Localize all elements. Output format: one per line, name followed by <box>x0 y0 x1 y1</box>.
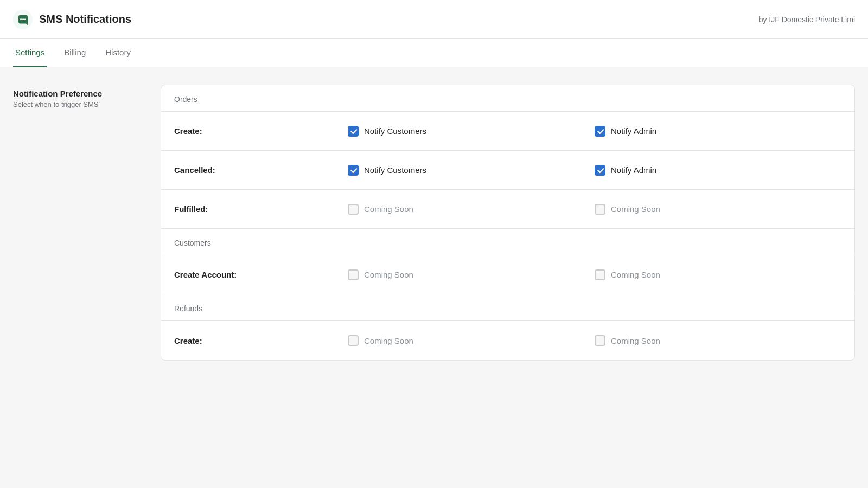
notify-customers-label-refunds-create: Coming Soon <box>364 336 413 345</box>
notify-admin-checkbox-orders-fulfilled <box>595 204 605 215</box>
row-label-orders-cancelled: Cancelled: <box>174 165 348 175</box>
app-title: SMS Notifications <box>39 13 131 25</box>
notify-customers-label-orders-create: Notify Customers <box>364 126 426 136</box>
row-orders-cancelled: Cancelled: Notify Customers Notify Admin <box>161 151 854 190</box>
row-checkboxes-orders-create: Notify Customers Notify Admin <box>348 126 841 137</box>
notify-admin-checkbox-customers-create-account <box>595 269 605 280</box>
notify-customers-col-orders-create: Notify Customers <box>348 126 595 137</box>
notify-admin-label-orders-create: Notify Admin <box>611 126 656 136</box>
sidebar-title: Notification Preference <box>13 89 143 98</box>
app-logo-icon <box>13 10 33 29</box>
notify-customers-label-orders-cancelled: Notify Customers <box>364 165 426 175</box>
section-header-customers: Customers <box>161 229 854 255</box>
notify-admin-col-orders-create: Notify Admin <box>595 126 841 137</box>
app-header: SMS Notifications by IJF Domestic Privat… <box>0 0 868 39</box>
notify-admin-checkbox-orders-cancelled[interactable] <box>595 165 605 176</box>
row-refunds-create: Create: Coming Soon Coming Soon <box>161 321 854 360</box>
tab-billing[interactable]: Billing <box>62 39 88 67</box>
svg-point-1 <box>20 18 22 20</box>
row-checkboxes-refunds-create: Coming Soon Coming Soon <box>348 335 841 346</box>
notify-customers-checkbox-orders-cancelled[interactable] <box>348 165 359 176</box>
row-customers-create-account: Create Account: Coming Soon Coming Soon <box>161 255 854 294</box>
notify-customers-checkbox-customers-create-account <box>348 269 359 280</box>
notify-admin-checkbox-refunds-create <box>595 335 605 346</box>
notify-admin-col-customers-create-account: Coming Soon <box>595 269 841 280</box>
notify-customers-checkbox-orders-fulfilled <box>348 204 359 215</box>
app-by-label: by IJF Domestic Private Limi <box>759 15 855 24</box>
notify-customers-label-customers-create-account: Coming Soon <box>364 270 413 279</box>
notify-customers-label-orders-fulfilled: Coming Soon <box>364 204 413 214</box>
notify-admin-label-refunds-create: Coming Soon <box>611 336 660 345</box>
row-label-orders-create: Create: <box>174 126 348 136</box>
svg-point-3 <box>24 18 26 20</box>
app-header-left: SMS Notifications <box>13 10 131 29</box>
row-label-orders-fulfilled: Fulfilled: <box>174 204 348 214</box>
tabs-bar: Settings Billing History <box>0 39 868 67</box>
notify-admin-col-orders-cancelled: Notify Admin <box>595 165 841 176</box>
notify-customers-col-orders-cancelled: Notify Customers <box>348 165 595 176</box>
row-orders-create: Create: Notify Customers Notify Admin <box>161 112 854 151</box>
sidebar-description: Select when to trigger SMS <box>13 100 143 108</box>
notify-admin-label-orders-cancelled: Notify Admin <box>611 165 656 175</box>
section-header-orders: Orders <box>161 85 854 112</box>
notify-admin-label-customers-create-account: Coming Soon <box>611 270 660 279</box>
row-checkboxes-orders-fulfilled: Coming Soon Coming Soon <box>348 204 841 215</box>
row-orders-fulfilled: Fulfilled: Coming Soon Coming Soon <box>161 190 854 229</box>
notify-admin-col-refunds-create: Coming Soon <box>595 335 841 346</box>
notify-customers-col-orders-fulfilled: Coming Soon <box>348 204 595 215</box>
notify-customers-checkbox-refunds-create <box>348 335 359 346</box>
notify-customers-col-customers-create-account: Coming Soon <box>348 269 595 280</box>
row-checkboxes-customers-create-account: Coming Soon Coming Soon <box>348 269 841 280</box>
page-content: Notification Preference Select when to t… <box>0 67 868 378</box>
tab-settings[interactable]: Settings <box>13 39 47 67</box>
tab-history[interactable]: History <box>103 39 133 67</box>
notify-admin-label-orders-fulfilled: Coming Soon <box>611 204 660 214</box>
row-label-refunds-create: Create: <box>174 336 348 345</box>
row-checkboxes-orders-cancelled: Notify Customers Notify Admin <box>348 165 841 176</box>
row-label-customers-create-account: Create Account: <box>174 270 348 279</box>
settings-card: Orders Create: Notify Customers Notify A… <box>161 85 855 361</box>
notify-customers-checkbox-orders-create[interactable] <box>348 126 359 137</box>
notify-admin-checkbox-orders-create[interactable] <box>595 126 605 137</box>
section-header-refunds: Refunds <box>161 294 854 321</box>
notify-customers-col-refunds-create: Coming Soon <box>348 335 595 346</box>
notify-admin-col-orders-fulfilled: Coming Soon <box>595 204 841 215</box>
svg-point-2 <box>22 18 24 20</box>
sidebar: Notification Preference Select when to t… <box>13 85 143 361</box>
